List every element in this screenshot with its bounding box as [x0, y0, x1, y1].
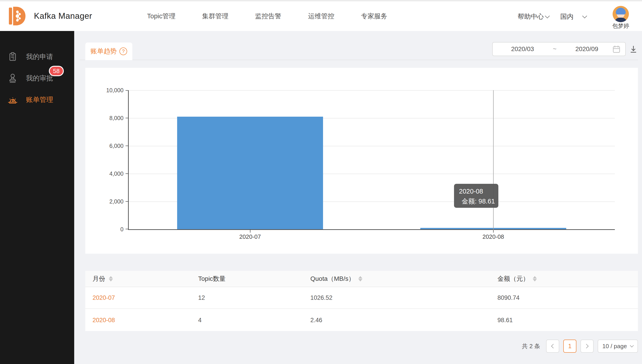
- nav-monitor[interactable]: 监控告警: [255, 12, 281, 21]
- table-header-row: 月份 Topic数量 Quota（MB/s） 金额（元）: [85, 271, 638, 287]
- page-size-label: 10 / page: [602, 343, 627, 350]
- gridline: [129, 90, 615, 91]
- nav-cluster[interactable]: 集群管理: [202, 12, 229, 21]
- column-header-quota[interactable]: Quota（MB/s）: [310, 271, 362, 287]
- month-link[interactable]: 2020-07: [93, 294, 115, 301]
- chevron-down-icon: [545, 13, 550, 18]
- user-name: 包梦婷: [605, 22, 636, 30]
- page-number: 1: [568, 343, 571, 350]
- top-navbar: Kafka Manager Topic管理 集群管理 监控告警 运维管控 专家服…: [0, 0, 642, 31]
- chevron-down-icon: [630, 344, 634, 348]
- calendar-icon[interactable]: [612, 45, 621, 53]
- tab-label: 账单趋势: [91, 47, 117, 56]
- nav-expert[interactable]: 专家服务: [361, 12, 387, 21]
- tab-billing-trend[interactable]: 账单趋势 ?: [85, 42, 132, 60]
- nav-topic[interactable]: Topic管理: [147, 12, 176, 21]
- stamp-icon: [8, 73, 18, 84]
- pagination: 共 2 条 1 10 / page: [522, 340, 638, 353]
- y-axis-label: 10,000: [96, 87, 124, 94]
- nav-ops[interactable]: 运维管控: [308, 12, 334, 21]
- x-axis-label: 2020-07: [228, 233, 273, 240]
- clipboard-icon: [8, 52, 18, 62]
- tabbar-divider: [80, 60, 638, 60]
- kafka-manager-logo-icon: [6, 6, 28, 27]
- column-label: Quota（MB/s）: [310, 274, 355, 283]
- quota-cell: 1026.52: [310, 287, 333, 308]
- sort-caret-icon[interactable]: [533, 276, 537, 282]
- range-separator: ~: [548, 46, 561, 53]
- question-circle-icon[interactable]: ?: [120, 48, 127, 55]
- y-axis-label: 8,000: [96, 115, 124, 122]
- sort-caret-icon[interactable]: [358, 276, 362, 282]
- sidebar-item-label: 我的审批: [26, 74, 53, 83]
- quota-cell: 2.46: [310, 309, 322, 331]
- y-axis-label: 0: [96, 226, 124, 233]
- alarm-icon: [8, 94, 18, 105]
- bar-2020-07[interactable]: [177, 117, 323, 229]
- month-range-picker[interactable]: 2020/03 ~ 2020/09: [492, 42, 626, 56]
- billing-table-card: 月份 Topic数量 Quota（MB/s） 金额（元） 2020-07 12 …: [85, 271, 638, 331]
- range-start-input[interactable]: 2020/03: [497, 46, 548, 53]
- range-end-input[interactable]: 2020/09: [561, 46, 612, 53]
- region-label: 国内: [560, 12, 573, 21]
- table-row: 2020-07 12 1026.52 8090.74: [85, 287, 638, 309]
- month-link[interactable]: 2020-08: [93, 317, 115, 324]
- chevron-down-icon: [582, 13, 587, 18]
- y-tick: [126, 118, 128, 118]
- y-tick: [126, 201, 128, 202]
- y-tick: [126, 174, 128, 174]
- bar-chart-plot: 10,000 8,000 6,000 4,000 2,000 0 2020-07…: [129, 90, 615, 229]
- table-row: 2020-08 4 2.46 98.61: [85, 309, 638, 331]
- download-icon: [628, 44, 638, 54]
- tooltip-value: 金额: 98.61: [462, 197, 495, 206]
- avatar-cap: [616, 8, 626, 14]
- amount-cell: 98.61: [497, 309, 513, 331]
- sidebar-item-label: 我的申请: [26, 52, 53, 62]
- y-tick: [126, 90, 128, 91]
- column-header-month[interactable]: 月份: [93, 271, 113, 287]
- main-nav: Topic管理 集群管理 监控告警 运维管控 专家服务: [147, 1, 387, 31]
- topics-cell: 12: [198, 287, 205, 308]
- column-label: 金额（元）: [497, 274, 529, 283]
- column-label: 月份: [93, 274, 105, 283]
- y-axis-label: 2,000: [96, 198, 124, 205]
- download-button[interactable]: [628, 44, 638, 54]
- billing-trend-chart-card: 10,000 8,000 6,000 4,000 2,000 0 2020-07…: [85, 68, 638, 254]
- brand-title: Kafka Manager: [34, 11, 92, 21]
- sidebar-item-label: 账单管理: [26, 95, 53, 104]
- amount-cell: 8090.74: [497, 287, 520, 308]
- avatar-shirt: [614, 18, 627, 22]
- help-center-label: 帮助中心: [518, 12, 544, 21]
- chevron-left-icon: [551, 344, 555, 348]
- y-tick: [126, 146, 128, 146]
- sort-caret-icon[interactable]: [109, 276, 113, 282]
- page-size-select[interactable]: 10 / page: [598, 340, 638, 353]
- tooltip-crosshair-line: [493, 90, 494, 232]
- chart-tooltip: 2020-08 金额: 98.61: [454, 184, 498, 208]
- tooltip-title: 2020-08: [459, 187, 493, 196]
- y-axis-line: [128, 90, 129, 229]
- x-tick: [493, 230, 494, 233]
- chevron-right-icon: [584, 344, 589, 348]
- sidebar-item-my-applications[interactable]: 我的申请: [0, 50, 74, 63]
- column-label: Topic数量: [198, 274, 226, 283]
- x-tick: [250, 230, 250, 233]
- x-axis-label: 2020-08: [471, 233, 516, 240]
- approval-count-badge: 58: [49, 66, 64, 76]
- column-header-topics: Topic数量: [198, 271, 226, 287]
- region-dropdown[interactable]: 国内: [560, 12, 586, 21]
- y-axis-label: 6,000: [96, 143, 124, 149]
- column-header-amount[interactable]: 金额（元）: [497, 271, 537, 287]
- y-axis-label: 4,000: [96, 170, 124, 177]
- x-axis-line: [128, 229, 615, 230]
- topics-cell: 4: [198, 309, 202, 331]
- prev-page-button[interactable]: [546, 340, 559, 353]
- user-avatar[interactable]: [612, 6, 629, 22]
- sidebar-item-billing[interactable]: 账单管理: [0, 93, 74, 106]
- y-tick: [126, 229, 128, 229]
- next-page-button[interactable]: [580, 340, 593, 353]
- brand[interactable]: Kafka Manager: [6, 6, 92, 27]
- sidebar: 我的申请 我的审批 58 账单管理: [0, 31, 74, 364]
- page-1-button[interactable]: 1: [563, 340, 576, 353]
- help-center-dropdown[interactable]: 帮助中心: [518, 12, 549, 21]
